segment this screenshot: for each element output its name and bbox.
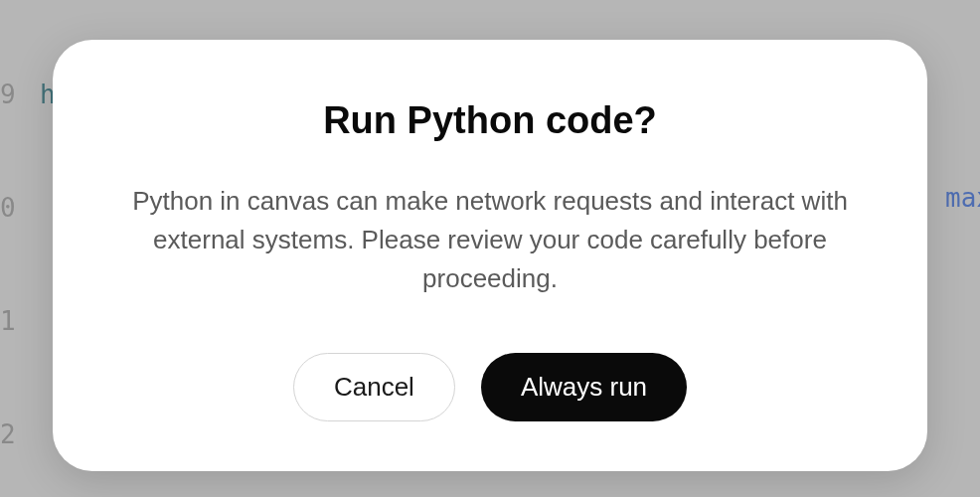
cancel-button[interactable]: Cancel xyxy=(293,353,455,421)
modal-body-text: Python in canvas can make network reques… xyxy=(112,182,868,298)
modal-title: Run Python code? xyxy=(112,99,868,142)
confirmation-modal: Run Python code? Python in canvas can ma… xyxy=(53,40,927,471)
always-run-button[interactable]: Always run xyxy=(481,353,687,421)
modal-actions: Cancel Always run xyxy=(112,353,868,421)
